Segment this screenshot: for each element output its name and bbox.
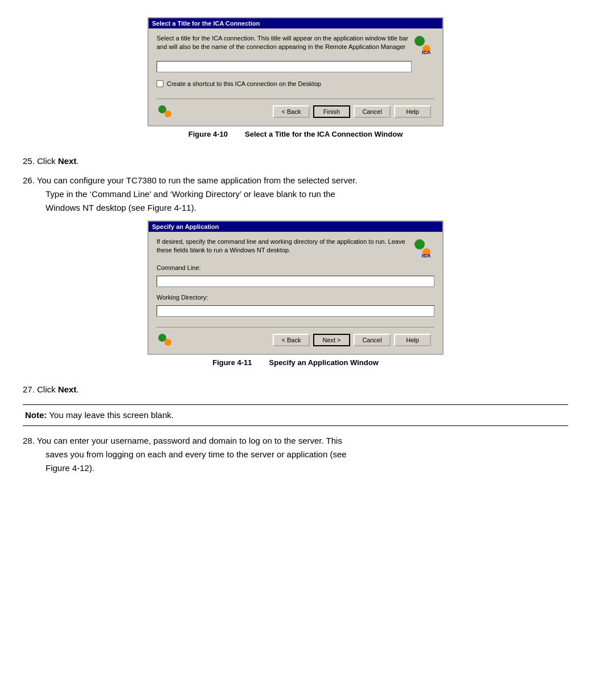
nav-icon-fig11 bbox=[157, 332, 173, 348]
nav-icon-fig10 bbox=[157, 104, 173, 120]
help-button-fig10[interactable]: Help bbox=[394, 105, 431, 118]
dir-input[interactable] bbox=[157, 305, 434, 317]
svg-text:ICA: ICA bbox=[422, 253, 431, 259]
checkbox-row: Create a shortcut to this ICA connection… bbox=[157, 80, 412, 87]
para-28-main: 28. You can enter your username, passwor… bbox=[23, 436, 342, 445]
cmd-input[interactable] bbox=[157, 276, 434, 287]
back-button-fig10[interactable]: < Back bbox=[273, 105, 310, 118]
figure-10-text-area: Select a title for the ICA connection. T… bbox=[157, 34, 412, 92]
figure-11-icon: ICA bbox=[412, 238, 434, 260]
figure-10-titlebar: Select a Title for the ICA Connection bbox=[149, 18, 442, 28]
paragraph-26: 26. You can configure your TC7380 to run… bbox=[23, 174, 568, 215]
cancel-button-fig10[interactable]: Cancel bbox=[354, 105, 391, 118]
figure-10-header-row: Select a title for the ICA connection. T… bbox=[157, 34, 434, 92]
note-label: Note: bbox=[25, 410, 47, 420]
svg-text:ICA: ICA bbox=[422, 50, 431, 55]
figure-10-wrapper: Select a Title for the ICA Connection Se… bbox=[23, 17, 568, 149]
help-button-fig11[interactable]: Help bbox=[394, 334, 431, 346]
ica-icon-fig11: ICA bbox=[413, 239, 433, 259]
figure-11-titlebar: Specify an Application bbox=[149, 222, 442, 232]
figure-10-dialog: Select a Title for the ICA Connection Se… bbox=[147, 17, 444, 126]
figure-10-body: Select a title for the ICA connection. T… bbox=[149, 28, 442, 125]
figure-11-description: If desired, specify the command line and… bbox=[157, 238, 412, 255]
figure-11-caption-text: Specify an Application Window bbox=[269, 358, 379, 367]
back-button-fig11[interactable]: < Back bbox=[273, 334, 310, 346]
svg-point-5 bbox=[414, 239, 425, 249]
ica-icon-fig10: ICA bbox=[413, 35, 433, 56]
figure-10-icon: ICA bbox=[412, 34, 434, 57]
figure-11-wrapper: Specify an Application If desired, speci… bbox=[23, 220, 568, 377]
figure-11-text-area: If desired, specify the command line and… bbox=[157, 238, 412, 261]
figure-11-title: Specify an Application bbox=[152, 223, 219, 230]
paragraph-27: 27. Click Next. bbox=[23, 383, 568, 396]
finish-button-fig10[interactable]: Finish bbox=[313, 105, 350, 118]
svg-point-9 bbox=[165, 339, 171, 346]
para-27-text: 27. Click bbox=[23, 384, 58, 394]
figure-10-title: Select a Title for the ICA Connection bbox=[152, 20, 260, 27]
para-28-indent2: Figure 4-12). bbox=[46, 461, 568, 475]
figure-11-caption: Figure 4-11 Specify an Application Windo… bbox=[212, 358, 379, 367]
dir-label: Working Directory: bbox=[157, 294, 434, 301]
figure-10-description: Select a title for the ICA connection. T… bbox=[157, 34, 412, 52]
shortcut-checkbox[interactable] bbox=[157, 80, 163, 87]
figure-10-caption-text: Select a Title for the ICA Connection Wi… bbox=[245, 130, 403, 138]
para-25-next: Next bbox=[58, 156, 77, 166]
figure-11-header-row: If desired, specify the command line and… bbox=[157, 238, 434, 261]
figure-11-body: If desired, specify the command line and… bbox=[149, 232, 442, 354]
note-text: You may leave this screen blank. bbox=[47, 410, 174, 420]
figure-11-num: Figure 4-11 bbox=[212, 358, 252, 367]
svg-point-0 bbox=[414, 36, 425, 46]
para-27-end: . bbox=[76, 384, 79, 394]
figure-10-buttons: < Back Finish Cancel Help bbox=[157, 99, 434, 120]
next-button-fig11[interactable]: Next > bbox=[313, 334, 350, 346]
para-25-end: . bbox=[76, 156, 79, 166]
figure-10-num: Figure 4-10 bbox=[188, 130, 228, 138]
paragraph-25: 25. Click Next. bbox=[23, 154, 568, 168]
para-27-next: Next bbox=[58, 384, 77, 394]
cmd-label: Command Line: bbox=[157, 264, 434, 271]
svg-point-4 bbox=[165, 110, 171, 117]
cancel-button-fig11[interactable]: Cancel bbox=[354, 334, 391, 346]
paragraph-28: 28. You can enter your username, passwor… bbox=[23, 434, 568, 475]
figure-11-dialog: Specify an Application If desired, speci… bbox=[147, 220, 444, 355]
para-26-main: 26. You can configure your TC7380 to run… bbox=[23, 175, 358, 185]
para-25-text: 25. Click bbox=[23, 156, 58, 166]
figure-11-buttons: < Back Next > Cancel Help bbox=[157, 327, 434, 348]
para-26-indent2: Windows NT desktop (see Figure 4-11). bbox=[46, 201, 568, 215]
para-28-indent1: saves you from logging on each and every… bbox=[46, 448, 568, 461]
checkbox-label: Create a shortcut to this ICA connection… bbox=[167, 80, 321, 87]
title-input[interactable] bbox=[157, 61, 412, 72]
figure-10-caption: Figure 4-10 Select a Title for the ICA C… bbox=[188, 130, 403, 138]
para-26-indent1: Type in the ‘Command Line’ and ‘Working … bbox=[46, 187, 568, 201]
note-bar: Note: You may leave this screen blank. bbox=[23, 404, 568, 426]
